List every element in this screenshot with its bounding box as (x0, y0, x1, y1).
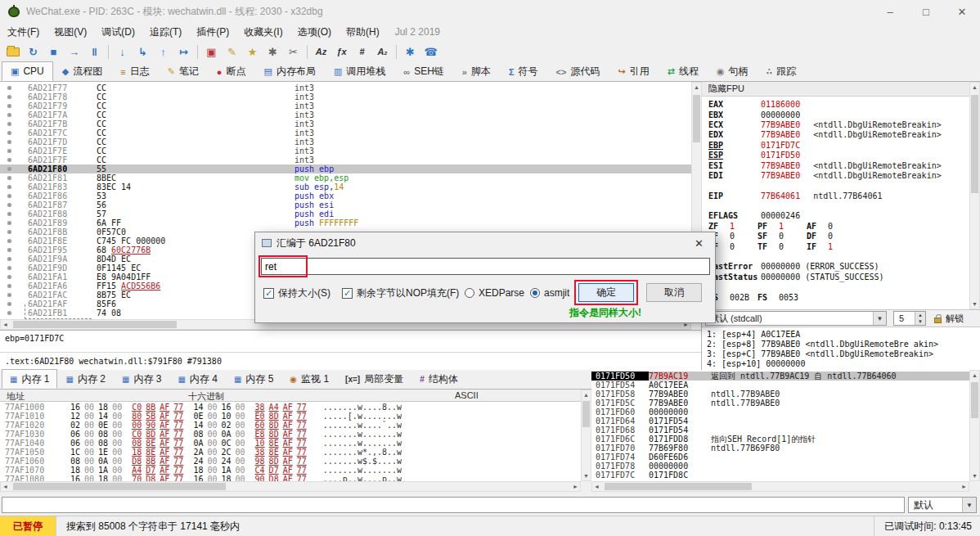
scroll-thumb[interactable] (13, 321, 177, 328)
breakpoint-gutter[interactable] (0, 239, 28, 243)
disasm-row[interactable]: 6AD21F7BCCint3 (0, 119, 691, 128)
chevron-down-icon[interactable]: ▼ (962, 498, 976, 512)
registers-vscrollbar[interactable]: ▲ ▼ (969, 82, 980, 309)
register-row[interactable]: ESI77B9ABE0<ntdll.DbgUiRemoteBreakin> (708, 160, 980, 170)
tab-流程图[interactable]: ◆流程图 (53, 62, 111, 81)
step-into-button[interactable]: ↓ (112, 43, 133, 61)
scroll-down-icon[interactable]: ▼ (970, 300, 979, 309)
dump-hscrollbar[interactable]: ◄ ► (0, 481, 581, 492)
subscript-button[interactable]: A₂ (372, 43, 393, 61)
scroll-down-icon[interactable]: ▼ (970, 471, 979, 480)
disasm-row[interactable]: 6AD21F79CCint3 (0, 101, 691, 110)
dump-vscrollbar[interactable]: ▲ ▼ (581, 390, 591, 481)
menu-item[interactable]: 收藏夹(I) (236, 24, 290, 41)
argument-count-stepper[interactable]: 5 ▲▼ (893, 311, 926, 326)
tab-句柄[interactable]: ◉句柄 (708, 62, 757, 81)
scroll-down-icon[interactable]: ▼ (582, 471, 591, 480)
hide-fpu-toggle[interactable]: 隐藏FPU (702, 82, 980, 97)
breakpoint-gutter[interactable] (0, 176, 28, 180)
breakpoint-gutter[interactable] (0, 230, 28, 234)
tab-源代码[interactable]: <>源代码 (547, 62, 609, 81)
register-row[interactable]: OF0SF0DF0 (708, 232, 980, 241)
tab-符号[interactable]: Σ符号 (500, 62, 547, 81)
menu-item[interactable]: 文件(F) (0, 24, 47, 41)
stack-row[interactable]: 0171FD74D60FE6D6 (591, 453, 969, 462)
scroll-right-icon[interactable]: ► (571, 482, 580, 491)
breakpoint-gutter[interactable] (0, 167, 28, 171)
disasm-row[interactable]: 6AD21F77CCint3 (0, 83, 691, 92)
tab-日志[interactable]: ≡日志 (111, 62, 158, 81)
dump-row[interactable]: 77AF104006000800088EAF770A000C00108EAF77… (0, 439, 581, 448)
breakpoint-gutter[interactable] (0, 293, 28, 297)
register-row[interactable]: ZF1PF1AF0 (708, 222, 980, 232)
tab-线程[interactable]: ⇄线程 (659, 62, 708, 81)
scroll-thumb[interactable] (605, 483, 752, 490)
breakpoint-gutter[interactable] (0, 140, 28, 144)
scroll-thumb[interactable] (13, 483, 226, 490)
stack-pane[interactable]: 0171FD5077B9AC19返回到 ntdll.77B9AC19 自 ntd… (591, 370, 980, 492)
tab-断点[interactable]: ●断点 (208, 62, 255, 81)
calling-convention-select[interactable]: 默认 (stdcall) ▼ (705, 311, 887, 326)
breakpoint-gutter[interactable] (0, 194, 28, 198)
register-row[interactable]: EAX01186000 (708, 100, 980, 110)
disasm-row[interactable]: 6AD21F8756push esi (0, 200, 691, 209)
scroll-up-icon[interactable]: ▲ (970, 371, 979, 380)
scroll-thumb[interactable] (971, 382, 978, 418)
minimize-button[interactable]: – (872, 0, 908, 23)
disasm-row[interactable]: 6AD21F78CCint3 (0, 92, 691, 101)
scroll-left-icon[interactable]: ◄ (1, 482, 10, 491)
tab-内存 5[interactable]: ▦内存 5 (226, 370, 281, 389)
scroll-thumb[interactable] (582, 401, 590, 427)
tab-结构体[interactable]: #结构体 (411, 370, 466, 389)
breakpoint-gutter[interactable] (0, 248, 28, 252)
register-row[interactable]: GS002BFS0053 (708, 292, 980, 302)
notes-button[interactable]: ✎ (222, 43, 242, 61)
argument-row[interactable]: 1: [esp+4] A0C17EEA (707, 330, 980, 340)
keep-size-checkbox[interactable]: ✓ 保持大小(S) (263, 283, 330, 303)
scroll-thumb[interactable] (971, 95, 978, 193)
spin-up-icon[interactable]: ▲ (915, 312, 925, 318)
breakpoint-gutter[interactable] (0, 284, 28, 288)
scroll-up-icon[interactable]: ▲ (692, 83, 701, 92)
dialog-close-icon[interactable]: ✕ (690, 236, 708, 251)
tab-内存 1[interactable]: ▦内存 1 (2, 369, 57, 389)
register-row[interactable]: ECX77B9ABE0<ntdll.DbgUiRemoteBreakin> (708, 120, 980, 130)
help-phone-button[interactable]: ☎ (420, 43, 441, 61)
breakpoint-gutter[interactable] (0, 203, 28, 207)
scroll-thumb[interactable] (693, 95, 700, 142)
breakpoint-gutter[interactable] (0, 95, 28, 99)
dump-row[interactable]: 77AF102002000E000090AF7714000200608DAF77… (0, 421, 581, 430)
preferences-button[interactable]: ✱ (263, 43, 283, 61)
pause-button[interactable]: ‖ (84, 43, 105, 61)
settings-button[interactable]: ✱ (400, 43, 420, 61)
stack-row[interactable]: 0171FD54A0C17EEA (591, 381, 969, 390)
xedparse-radio[interactable]: XEDParse (465, 283, 524, 303)
register-row[interactable]: CF0TF0IF1 (708, 241, 980, 251)
menu-item[interactable]: 追踪(T) (142, 24, 189, 41)
functions-button[interactable]: ƒx (331, 43, 352, 61)
register-row[interactable]: ESP0171FD50 (708, 151, 980, 160)
disasm-row[interactable]: 6AD21F7DCCint3 (0, 137, 691, 146)
tab-SEH链[interactable]: ∞SEH链 (394, 62, 453, 81)
disasm-row[interactable]: 6AD21F7CCCint3 (0, 128, 691, 137)
scroll-left-icon[interactable]: ◄ (592, 482, 601, 491)
dump-row[interactable]: 77AF10501C001E00188EAF772A002C00388EAF77… (0, 448, 581, 457)
disasm-row[interactable]: 6AD21F8383EC 14sub esp,14 (0, 182, 691, 191)
disasm-row[interactable]: 6AD21F7ACCint3 (0, 110, 691, 119)
menu-item[interactable]: 选项(O) (290, 24, 339, 41)
assemble-instruction-input[interactable] (261, 258, 710, 275)
register-row[interactable]: LastStatus00000000 (STATUS_SUCCESS) (708, 273, 980, 282)
step-out-button[interactable]: ↑ (153, 43, 173, 61)
tab-调用堆栈[interactable]: ▥调用堆栈 (325, 62, 394, 81)
dump-row[interactable]: 77AF106008000A00D88BAF7724002400988DAF77… (0, 457, 581, 466)
breakpoint-gutter[interactable] (0, 311, 28, 315)
tab-内存 3[interactable]: ▦内存 3 (114, 370, 169, 389)
stack-hscrollbar[interactable]: ◄ ► (591, 481, 969, 492)
register-row[interactable]: EIP77B64061ntdll.77B64061 (708, 191, 980, 201)
argument-row[interactable]: 4: [esp+10] 00000000 (707, 359, 980, 369)
breakpoint-gutter[interactable] (0, 302, 28, 306)
favourites-button[interactable]: ★ (242, 43, 263, 61)
stack-row[interactable]: 0171FD6000000000 (591, 408, 969, 417)
tab-内存布局[interactable]: ▤内存布局 (255, 62, 325, 81)
stack-row[interactable]: 0171FD7077B69F80ntdll.77B69F80 (591, 444, 969, 453)
